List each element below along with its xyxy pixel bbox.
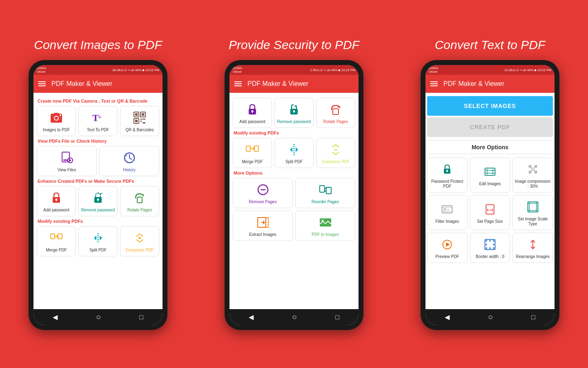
tool-text-to-pdf[interactable]: T + Text To PDF xyxy=(78,106,118,136)
label-edit-images: Edit Images xyxy=(479,182,501,186)
tool-password-protect[interactable]: + Password Protect PDF xyxy=(427,157,468,193)
status-left-3: ZONGUfone xyxy=(429,66,438,74)
tool-qr-barcodes[interactable]: QR & Barcodes xyxy=(120,106,159,136)
svg-point-64 xyxy=(493,240,494,242)
svg-rect-40 xyxy=(333,109,339,114)
label-set-image-scale: Set Image Scale Type xyxy=(514,217,551,227)
grid-security: Add password Remove passw xyxy=(233,98,355,128)
grid-extract: Extract Images PDF to Images xyxy=(233,211,355,241)
tool-compress-2[interactable]: Compress PDF xyxy=(316,138,355,168)
back-btn-1[interactable]: ◀ xyxy=(53,313,58,321)
svg-point-69 xyxy=(486,244,487,245)
svg-point-55 xyxy=(444,208,446,210)
svg-rect-10 xyxy=(142,113,144,116)
select-images-button[interactable]: SELECT IMAGES xyxy=(427,96,553,116)
status-right-2: 1.5K/s ⊙ ≈ ull 46% ■ 10:22 PM xyxy=(310,68,356,72)
tool-preview-pdf[interactable]: Preview PDF xyxy=(427,233,468,263)
svg-text:+: + xyxy=(446,165,448,168)
tool-rotate-pages-1[interactable]: Rotate Pages xyxy=(120,186,159,216)
svg-rect-41 xyxy=(246,146,250,151)
svg-rect-16 xyxy=(140,121,142,122)
phone-3: ZONGUfone 10.3K/s ⊙ ≈ ull 46% ■ 10:22 PM… xyxy=(421,60,559,330)
nav-bar-3: ◀ ○ □ xyxy=(425,309,555,325)
svg-rect-32 xyxy=(58,234,62,239)
create-pdf-button[interactable]: CREATE PDF xyxy=(427,117,553,137)
app-title-3: PDF Maker & Viewer xyxy=(443,80,504,88)
svg-point-4 xyxy=(60,114,61,116)
phone-2: ZONGUfone 1.5K/s ⊙ ≈ ull 46% ■ 10:22 PM … xyxy=(225,60,363,330)
tool-history[interactable]: History xyxy=(99,146,159,176)
tool-remove-password-1[interactable]: Remove password xyxy=(78,186,118,216)
tool-edit-images[interactable]: Edit Images xyxy=(470,157,510,193)
section-title-1: Convert Images to PDF xyxy=(34,38,162,52)
tool-merge-2[interactable]: Merge PDF xyxy=(233,138,272,168)
grid-enhance: Add password R xyxy=(37,186,159,216)
back-btn-2[interactable]: ◀ xyxy=(249,313,254,321)
tool-view-files[interactable]: View Files xyxy=(37,146,97,176)
tool-compress-1[interactable]: Compress PDF xyxy=(120,226,159,256)
nav-bar-1: ◀ ○ □ xyxy=(33,309,163,325)
tool-merge-1[interactable]: Merge PDF xyxy=(37,226,76,256)
tool-set-image-scale[interactable]: Set Image Scale Type xyxy=(512,195,553,230)
svg-rect-42 xyxy=(254,146,258,151)
tool-rotate-pages-2[interactable]: Rotate Pages xyxy=(316,98,355,128)
grid-modify-2: Merge PDF Split PDF xyxy=(233,138,355,168)
label-rotate-pages-1: Rotate Pages xyxy=(127,208,152,213)
home-btn-1[interactable]: ○ xyxy=(96,312,101,322)
grid-more-2: Remove Pages Reorder Pages xyxy=(233,178,355,208)
label-remove-password-2: Remove password xyxy=(277,119,311,124)
tool-rearrange-images[interactable]: Rearrange Images xyxy=(512,233,553,263)
app-bar-3: PDF Maker & Viewer xyxy=(425,75,555,93)
tool-split-1[interactable]: Split PDF xyxy=(78,226,118,256)
tool-pdf-to-images[interactable]: PDF to Images xyxy=(295,211,355,241)
svg-point-66 xyxy=(493,247,494,249)
section-title-3: Convert Text to PDF xyxy=(435,38,546,52)
svg-point-63 xyxy=(486,240,487,242)
home-btn-3[interactable]: ○ xyxy=(488,312,493,322)
label-password-protect: Password Protect PDF xyxy=(429,179,466,189)
label-compress-1: Compress PDF xyxy=(126,248,154,253)
home-btn-2[interactable]: ○ xyxy=(292,312,297,322)
phone-section-1: Convert Images to PDF ZONGUfone 38.9K/s … xyxy=(29,38,167,330)
label-split-2: Split PDF xyxy=(285,159,303,164)
label-remove-pages: Remove Pages xyxy=(249,200,276,204)
label-filter-images: Filter Images xyxy=(435,219,459,224)
label-border-width: Border width : 0 xyxy=(476,254,504,259)
tool-filter-images[interactable]: + Filter Images xyxy=(427,195,468,230)
label-modify-1: Modify existing PDFs xyxy=(38,219,159,224)
label-remove-password-1: Remove password xyxy=(81,208,115,213)
tool-images-to-pdf[interactable]: Images to PDF xyxy=(37,106,76,136)
tool-remove-pages[interactable]: Remove Pages xyxy=(233,178,293,208)
svg-rect-8 xyxy=(135,113,138,116)
status-left-1: ZONGUfone xyxy=(37,66,46,74)
tool-remove-password-2[interactable]: Remove password xyxy=(274,98,314,128)
recent-btn-3[interactable]: □ xyxy=(531,314,535,321)
recent-btn-1[interactable]: □ xyxy=(139,314,143,321)
tool-split-2[interactable]: Split PDF xyxy=(274,138,314,168)
status-right-1: 38.9K/s ⊙ ≈ ull 46% ■ 10:22 PM xyxy=(112,68,159,72)
grid-more-3: + Password Protect PDF xyxy=(427,157,553,263)
grid-view: View Files History xyxy=(37,146,159,176)
svg-rect-3 xyxy=(54,113,59,114)
recent-btn-2[interactable]: □ xyxy=(335,314,339,321)
tool-image-compression[interactable]: Image compression : 30% xyxy=(512,157,553,193)
label-create-new: Create new PDF Via Camera , Text or QR &… xyxy=(38,99,159,103)
phone-section-2: Provide Security to PDF ZONGUfone 1.5K/s… xyxy=(225,38,363,330)
tool-add-password-2[interactable]: Add password xyxy=(233,98,272,128)
tool-add-password-1[interactable]: Add password xyxy=(37,186,76,216)
svg-point-48 xyxy=(321,220,323,222)
hamburger-menu-1[interactable] xyxy=(38,81,46,86)
tool-set-page-size[interactable]: Set Page Size xyxy=(470,195,510,230)
tool-reorder-pages[interactable]: Reorder Pages xyxy=(295,178,355,208)
back-btn-3[interactable]: ◀ xyxy=(445,313,450,321)
tool-border-width[interactable]: Border width : 0 xyxy=(470,233,510,263)
tool-extract-images[interactable]: Extract Images xyxy=(233,211,293,241)
hamburger-menu-2[interactable] xyxy=(234,81,242,86)
label-compress-2: Compress PDF xyxy=(322,159,350,164)
svg-rect-13 xyxy=(140,119,142,120)
hamburger-menu-3[interactable] xyxy=(430,81,438,86)
svg-marker-39 xyxy=(338,105,341,108)
app-title-2: PDF Maker & Viewer xyxy=(247,80,308,88)
svg-rect-59 xyxy=(529,203,537,211)
svg-rect-35 xyxy=(252,111,253,113)
